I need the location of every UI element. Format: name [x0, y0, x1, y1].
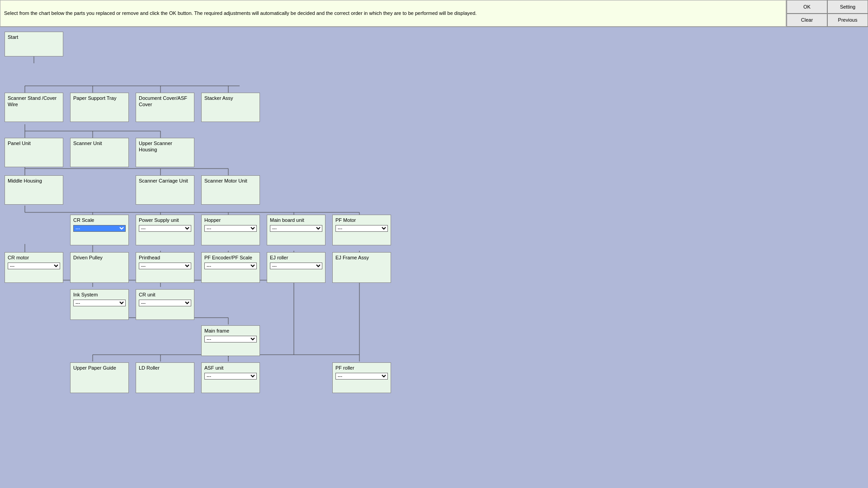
- asf-unit-label: ASF unit: [204, 365, 223, 371]
- ld-roller-label: LD Roller: [139, 365, 160, 371]
- connector-lines: [0, 27, 868, 488]
- scanner-stand-box[interactable]: Scanner Stand /Cover Wire: [5, 93, 63, 122]
- printhead-select[interactable]: ---NewReplacedCleaned: [139, 263, 191, 269]
- cr-scale-label: CR Scale: [73, 217, 94, 223]
- cr-unit-select[interactable]: ---NewReplacedCleaned: [139, 300, 191, 306]
- printhead-box[interactable]: Printhead ---NewReplacedCleaned: [136, 252, 194, 283]
- ej-roller-select[interactable]: ---NewReplacedCleaned: [270, 263, 322, 269]
- power-supply-unit-box[interactable]: Power Supply unit ---NewReplacedCleaned: [136, 215, 194, 245]
- previous-button[interactable]: Previous: [827, 14, 868, 27]
- cr-unit-box[interactable]: CR unit ---NewReplacedCleaned: [136, 289, 194, 320]
- setting-button[interactable]: Setting: [827, 0, 868, 14]
- ink-system-select[interactable]: ---NewReplacedCleaned: [73, 300, 126, 306]
- scanner-motor-unit-label: Scanner Motor Unit: [204, 178, 247, 183]
- ok-button[interactable]: OK: [787, 0, 827, 14]
- paper-support-tray-box[interactable]: Paper Support Tray: [70, 93, 129, 122]
- pf-encoder-select[interactable]: ---NewReplacedCleaned: [204, 263, 257, 269]
- asf-unit-box[interactable]: ASF unit ---NewReplacedCleaned: [201, 362, 260, 393]
- scanner-carriage-unit-box[interactable]: Scanner Carriage Unit: [136, 175, 194, 205]
- instruction-message: Select from the chart below the parts yo…: [0, 0, 786, 27]
- pf-motor-label: PF Motor: [335, 217, 356, 223]
- asf-unit-select[interactable]: ---NewReplacedCleaned: [204, 373, 257, 380]
- cr-scale-box[interactable]: CR Scale ---NewReplacedCleaned: [70, 215, 129, 245]
- power-supply-unit-select[interactable]: ---NewReplacedCleaned: [139, 225, 191, 232]
- scanner-stand-label: Scanner Stand /Cover Wire: [8, 95, 57, 107]
- document-cover-box[interactable]: Document Cover/ASF Cover: [136, 93, 194, 122]
- ej-frame-assy-box[interactable]: EJ Frame Assy: [332, 252, 391, 283]
- upper-paper-guide-label: Upper Paper Guide: [73, 365, 116, 371]
- hopper-select[interactable]: ---NewReplacedCleaned: [204, 225, 257, 232]
- upper-scanner-housing-box[interactable]: Upper Scanner Housing: [136, 138, 194, 167]
- pf-encoder-box[interactable]: PF Encoder/PF Scale ---NewReplacedCleane…: [201, 252, 260, 283]
- cr-unit-label: CR unit: [139, 292, 156, 297]
- hopper-label: Hopper: [204, 217, 221, 223]
- main-board-unit-label: Main board unit: [270, 217, 304, 223]
- stacker-assy-box[interactable]: Stacker Assy: [201, 93, 260, 122]
- message-text: Select from the chart below the parts yo…: [4, 10, 782, 17]
- document-cover-label: Document Cover/ASF Cover: [139, 95, 187, 107]
- stacker-assy-label: Stacker Assy: [204, 95, 233, 101]
- top-buttons-panel: OK Setting Clear Previous: [786, 0, 868, 27]
- middle-housing-label: Middle Housing: [8, 178, 42, 183]
- panel-unit-label: Panel Unit: [8, 141, 31, 146]
- ej-frame-assy-label: EJ Frame Assy: [335, 255, 369, 260]
- power-supply-unit-label: Power Supply unit: [139, 217, 179, 223]
- pf-motor-select[interactable]: ---NewReplacedCleaned: [335, 225, 388, 232]
- clear-button[interactable]: Clear: [787, 14, 827, 27]
- cr-scale-select[interactable]: ---NewReplacedCleaned: [73, 225, 126, 232]
- printhead-label: Printhead: [139, 255, 160, 260]
- main-frame-label: Main frame: [204, 328, 229, 333]
- pf-roller-label: PF roller: [335, 365, 354, 371]
- driven-pulley-label: Driven Pulley: [73, 255, 103, 260]
- top-btn-row-1: OK Setting: [787, 0, 868, 14]
- main-frame-select[interactable]: ---NewReplacedCleaned: [204, 336, 257, 343]
- pf-roller-select[interactable]: ---NewReplacedCleaned: [335, 373, 388, 380]
- main-frame-box[interactable]: Main frame ---NewReplacedCleaned: [201, 325, 260, 356]
- ld-roller-box[interactable]: LD Roller: [136, 362, 194, 393]
- driven-pulley-box[interactable]: Driven Pulley: [70, 252, 129, 283]
- scanner-unit-label: Scanner Unit: [73, 141, 102, 146]
- ink-system-label: Ink System: [73, 292, 98, 297]
- pf-encoder-label: PF Encoder/PF Scale: [204, 255, 252, 260]
- main-board-unit-box[interactable]: Main board unit ---NewReplacedCleaned: [267, 215, 326, 245]
- scanner-motor-unit-box[interactable]: Scanner Motor Unit: [201, 175, 260, 205]
- pf-motor-box[interactable]: PF Motor ---NewReplacedCleaned: [332, 215, 391, 245]
- ej-roller-box[interactable]: EJ roller ---NewReplacedCleaned: [267, 252, 326, 283]
- pf-roller-box[interactable]: PF roller ---NewReplacedCleaned: [332, 362, 391, 393]
- scanner-unit-box[interactable]: Scanner Unit: [70, 138, 129, 167]
- start-label: Start: [8, 34, 18, 40]
- cr-motor-label: CR motor: [8, 255, 29, 260]
- middle-housing-box[interactable]: Middle Housing: [5, 175, 63, 205]
- ej-roller-label: EJ roller: [270, 255, 288, 260]
- start-box[interactable]: Start: [5, 32, 63, 56]
- paper-support-tray-label: Paper Support Tray: [73, 95, 116, 101]
- main-board-unit-select[interactable]: ---NewReplacedCleaned: [270, 225, 322, 232]
- cr-motor-box[interactable]: CR motor ---NewReplacedCleaned: [5, 252, 63, 283]
- hopper-box[interactable]: Hopper ---NewReplacedCleaned: [201, 215, 260, 245]
- upper-scanner-housing-label: Upper Scanner Housing: [139, 141, 172, 152]
- upper-paper-guide-box[interactable]: Upper Paper Guide: [70, 362, 129, 393]
- top-bar: Select from the chart below the parts yo…: [0, 0, 868, 27]
- scanner-carriage-unit-label: Scanner Carriage Unit: [139, 178, 188, 183]
- top-btn-row-2: Clear Previous: [787, 14, 868, 27]
- diagram-area: Start Scanner Stand /Cover Wire Paper Su…: [0, 27, 868, 488]
- ink-system-box[interactable]: Ink System ---NewReplacedCleaned: [70, 289, 129, 320]
- cr-motor-select[interactable]: ---NewReplacedCleaned: [8, 263, 60, 269]
- panel-unit-box[interactable]: Panel Unit: [5, 138, 63, 167]
